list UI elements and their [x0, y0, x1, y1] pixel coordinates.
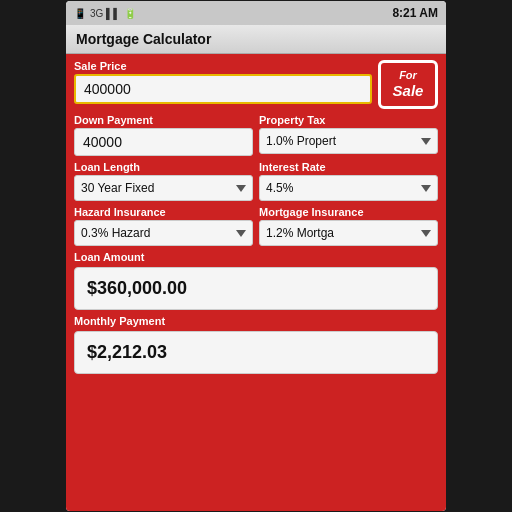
interest-rate-col: Interest Rate 4.5% [259, 161, 438, 201]
insurance-row: Hazard Insurance 0.3% Hazard Mortgage In… [74, 206, 438, 246]
title-bar: Mortgage Calculator [66, 25, 446, 54]
loan-length-col: Loan Length 30 Year Fixed [74, 161, 253, 201]
status-time: 8:21 AM [392, 6, 438, 20]
app-title: Mortgage Calculator [76, 31, 211, 47]
phone-frame: 📱 3G ▌▌ 🔋 8:21 AM Mortgage Calculator Sa… [66, 1, 446, 511]
property-tax-label: Property Tax [259, 114, 438, 126]
hazard-insurance-dropdown[interactable]: 0.3% Hazard [74, 220, 253, 246]
for-sale-line2: Sale [391, 82, 425, 100]
mortgage-insurance-arrow-icon [421, 230, 431, 237]
interest-rate-value: 4.5% [266, 181, 417, 195]
status-left-icons: 📱 3G ▌▌ 🔋 [74, 8, 136, 19]
status-bar: 📱 3G ▌▌ 🔋 8:21 AM [66, 1, 446, 25]
loan-length-value: 30 Year Fixed [81, 181, 232, 195]
loan-length-dropdown[interactable]: 30 Year Fixed [74, 175, 253, 201]
battery-icon: 🔋 [124, 8, 136, 19]
sale-price-col: Sale Price 400000 [74, 60, 372, 104]
property-tax-arrow-icon [421, 138, 431, 145]
interest-rate-arrow-icon [421, 185, 431, 192]
network-icon: 3G ▌▌ [90, 8, 120, 19]
sale-price-label: Sale Price [74, 60, 372, 72]
sale-price-row: Sale Price 400000 For Sale [74, 60, 438, 109]
loan-length-label: Loan Length [74, 161, 253, 173]
down-payment-label: Down Payment [74, 114, 253, 126]
hazard-insurance-col: Hazard Insurance 0.3% Hazard [74, 206, 253, 246]
main-content: Sale Price 400000 For Sale Down Payment … [66, 54, 446, 511]
mortgage-insurance-dropdown[interactable]: 1.2% Mortga [259, 220, 438, 246]
loan-amount-label: Loan Amount [74, 251, 438, 263]
for-sale-line1: For [391, 69, 425, 82]
monthly-payment-result: $2,212.03 [74, 331, 438, 374]
hazard-insurance-arrow-icon [236, 230, 246, 237]
loan-amount-row: Loan Amount $360,000.00 [74, 251, 438, 310]
interest-rate-dropdown[interactable]: 4.5% [259, 175, 438, 201]
down-payment-property-row: Down Payment 40000 Property Tax 1.0% Pro… [74, 114, 438, 156]
for-sale-badge: For Sale [378, 60, 438, 109]
hazard-insurance-label: Hazard Insurance [74, 206, 253, 218]
hazard-insurance-value: 0.3% Hazard [81, 226, 232, 240]
mortgage-insurance-col: Mortgage Insurance 1.2% Mortga [259, 206, 438, 246]
monthly-payment-label: Monthly Payment [74, 315, 438, 327]
mortgage-insurance-value: 1.2% Mortga [266, 226, 417, 240]
down-payment-col: Down Payment 40000 [74, 114, 253, 156]
down-payment-input[interactable]: 40000 [74, 128, 253, 156]
loan-length-interest-row: Loan Length 30 Year Fixed Interest Rate … [74, 161, 438, 201]
property-tax-dropdown[interactable]: 1.0% Propert [259, 128, 438, 154]
sale-price-input[interactable]: 400000 [74, 74, 372, 104]
loan-amount-result: $360,000.00 [74, 267, 438, 310]
phone-icon: 📱 [74, 8, 86, 19]
mortgage-insurance-label: Mortgage Insurance [259, 206, 438, 218]
interest-rate-label: Interest Rate [259, 161, 438, 173]
property-tax-value: 1.0% Propert [266, 134, 417, 148]
monthly-payment-row: Monthly Payment $2,212.03 [74, 315, 438, 374]
property-tax-col: Property Tax 1.0% Propert [259, 114, 438, 156]
loan-length-arrow-icon [236, 185, 246, 192]
